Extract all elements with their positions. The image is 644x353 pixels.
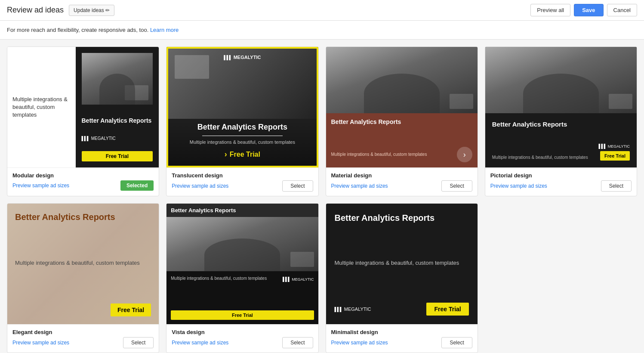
minimalist-brand: MEGALYTIC: [344, 307, 371, 312]
elegant-card-footer: Elegant design Preview sample ad sizes S…: [7, 324, 159, 353]
subheader: For more reach and flexibility, create r…: [0, 21, 644, 40]
minimalist-cta: Free Trial: [426, 303, 468, 316]
elegant-cta-row: Free Trial: [15, 303, 151, 316]
material-card-actions: Preview sample ad sizes Select: [331, 180, 472, 192]
elegant-cta: Free Trial: [111, 303, 151, 316]
pictorial-bottom-row: Multiple integrations & beautiful, custo…: [492, 144, 630, 161]
minimalist-logo: ▌▌▌ MEGALYTIC: [335, 307, 371, 312]
vista-logo: ▌▌▌ MEGALYTIC: [283, 277, 314, 282]
pictorial-title: Better Analytics Reports: [492, 120, 630, 129]
pictorial-preview-link[interactable]: Preview sample ad sizes: [490, 183, 547, 189]
material-title: Better Analytics Reports: [331, 118, 472, 125]
vista-top-title: Better Analytics Reports: [166, 204, 318, 217]
ad-card-vista: Better Analytics Reports Multiple integr…: [166, 203, 318, 353]
vista-design-name: Vista design: [172, 329, 313, 335]
ad-preview-vista: Better Analytics Reports Multiple integr…: [166, 204, 318, 324]
ad-preview-elegant: Better Analytics Reports Multiple integr…: [7, 204, 159, 324]
elegant-title: Better Analytics Reports: [15, 211, 151, 223]
minimalist-select-button[interactable]: Select: [441, 337, 472, 348]
translucent-design-name: Translucent design: [172, 172, 313, 179]
elegant-design-name: Elegant design: [12, 329, 154, 335]
bar-chart-icon: ▌▌▌: [82, 136, 89, 141]
ad-card-modular: Multiple integrations & beautiful, custo…: [7, 46, 159, 196]
bar-chart-icon-v: ▌▌▌: [283, 277, 290, 282]
translucent-card-actions: Preview sample ad sizes Select: [172, 180, 313, 192]
vista-cta: Free Trial: [171, 310, 314, 320]
modular-preview-link[interactable]: Preview sample ad sizes: [12, 183, 69, 189]
header-left: Review ad ideas Update ideas ✏: [7, 5, 114, 16]
pictorial-right: ▌▌▌ MEGALYTIC Free Trial: [598, 144, 630, 161]
pictorial-select-button[interactable]: Select: [601, 180, 632, 192]
ad-preview-pictorial: Better Analytics Reports Multiple integr…: [485, 47, 637, 167]
ad-card-minimalist: Better Analytics Reports Multiple integr…: [326, 203, 478, 353]
arrow-right-icon: ›: [225, 150, 227, 159]
ad-card-pictorial: Better Analytics Reports Multiple integr…: [485, 46, 637, 196]
modular-logo: ▌▌▌ MEGALYTIC: [82, 136, 153, 141]
ad-preview-modular: Multiple integrations & beautiful, custo…: [7, 47, 159, 167]
pictorial-cta: Free Trial: [600, 151, 630, 161]
cancel-button[interactable]: Cancel: [607, 4, 637, 16]
vista-preview-link[interactable]: Preview sample ad sizes: [172, 340, 228, 346]
modular-select-button[interactable]: Selected: [120, 180, 154, 191]
header-right: Preview all Save Cancel: [530, 4, 637, 16]
translucent-select-button[interactable]: Select: [282, 180, 313, 192]
bar-chart-icon-t: ▌▌▌: [224, 55, 231, 60]
elegant-preview-link[interactable]: Preview sample ad sizes: [12, 340, 69, 346]
material-desc: Multiple integrations & beautiful, custo…: [331, 152, 453, 158]
material-select-button[interactable]: Select: [441, 180, 472, 192]
vista-select-button[interactable]: Select: [282, 337, 313, 348]
bar-chart-icon-m: ▌▌▌: [335, 307, 342, 312]
pictorial-content: Better Analytics Reports: [492, 120, 630, 132]
save-button[interactable]: Save: [574, 4, 603, 16]
pictorial-desc: Multiple integrations & beautiful, custo…: [492, 155, 599, 161]
modular-card-footer: Modular design Preview sample ad sizes S…: [7, 167, 159, 195]
page-title: Review ad ideas: [7, 6, 64, 15]
modular-title: Better Analytics Reports: [82, 117, 153, 124]
material-preview-link[interactable]: Preview sample ad sizes: [331, 183, 388, 189]
ad-card-translucent: ▌▌▌ MEGALYTIC Better Analytics Reports M…: [166, 46, 318, 196]
translucent-content: Better Analytics Reports Multiple integr…: [175, 122, 309, 159]
ad-preview-material: Better Analytics Reports Multiple integr…: [326, 47, 478, 167]
modular-card-actions: Preview sample ad sizes Selected: [12, 180, 154, 191]
vista-bottom-row: Multiple integrations & beautiful, custo…: [171, 276, 314, 282]
ad-grid-row2: Better Analytics Reports Multiple integr…: [7, 203, 637, 353]
pictorial-card-footer: Pictorial design Preview sample ad sizes…: [485, 167, 637, 196]
minimalist-card-footer: Minimalist design Preview sample ad size…: [326, 324, 478, 353]
vista-card-footer: Vista design Preview sample ad sizes Sel…: [166, 324, 318, 353]
vista-desc: Multiple integrations & beautiful, custo…: [171, 276, 283, 282]
minimalist-desc: Multiple integrations & beautiful, custo…: [335, 259, 469, 267]
subheader-text: For more reach and flexibility, create r…: [7, 27, 148, 33]
minimalist-preview-link[interactable]: Preview sample ad sizes: [331, 340, 388, 346]
update-ideas-button[interactable]: Update ideas ✏: [69, 5, 114, 16]
translucent-subtitle: Multiple integrations & beautiful, custo…: [175, 139, 309, 145]
translucent-card-footer: Translucent design Preview sample ad siz…: [166, 167, 318, 196]
main-content: Multiple integrations & beautiful, custo…: [0, 40, 644, 353]
preview-all-button[interactable]: Preview all: [530, 4, 570, 16]
material-card-footer: Material design Preview sample ad sizes …: [326, 167, 478, 196]
material-cta-button: ›: [457, 147, 472, 162]
vista-brand: MEGALYTIC: [292, 277, 314, 282]
pictorial-card-actions: Preview sample ad sizes Select: [490, 180, 632, 192]
learn-more-link[interactable]: Learn more: [150, 27, 179, 33]
translucent-cta-text: Free Trial: [230, 151, 260, 158]
ad-card-material: Better Analytics Reports Multiple integr…: [326, 46, 478, 196]
vista-bottom: Multiple integrations & beautiful, custo…: [166, 271, 318, 324]
modular-cta: Free Trial: [82, 151, 153, 161]
ad-grid-row1: Multiple integrations & beautiful, custo…: [7, 46, 637, 196]
minimalist-card-actions: Preview sample ad sizes Select: [331, 337, 472, 348]
translucent-preview-link[interactable]: Preview sample ad sizes: [172, 183, 228, 189]
ad-card-elegant: Better Analytics Reports Multiple integr…: [7, 203, 159, 353]
modular-brand: MEGALYTIC: [91, 136, 116, 141]
material-design-name: Material design: [331, 172, 472, 179]
translucent-brand: MEGALYTIC: [234, 55, 261, 60]
modular-description: Multiple integrations & beautiful, custo…: [12, 96, 71, 119]
elegant-select-button[interactable]: Select: [123, 337, 154, 348]
minimalist-bottom-row: ▌▌▌ MEGALYTIC Free Trial: [335, 303, 469, 316]
modular-design-name: Modular design: [12, 172, 154, 179]
minimalist-design-name: Minimalist design: [331, 329, 472, 335]
bar-chart-icon-p: ▌▌▌: [598, 144, 606, 149]
vista-card-actions: Preview sample ad sizes Select: [172, 337, 313, 348]
header: Review ad ideas Update ideas ✏ Preview a…: [0, 0, 644, 21]
elegant-desc: Multiple integrations & beautiful, custo…: [15, 259, 151, 267]
pictorial-design-name: Pictorial design: [490, 172, 632, 179]
